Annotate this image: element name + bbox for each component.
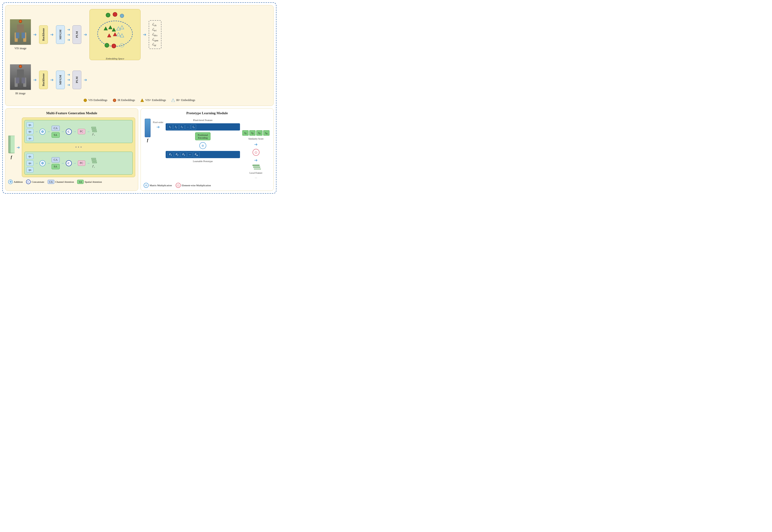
vis-embed-label: VIS Embeddings [88, 98, 107, 102]
sim-score-label: Similarity Score [248, 137, 263, 140]
legend-matmul: ⊗ Matrix Multiplication [144, 183, 172, 188]
phi-col-2: φ₁ φ₂ φ₃ [26, 154, 33, 173]
svg-point-7 [120, 14, 124, 18]
legend-concat-sym: C [26, 180, 31, 184]
i1: I1 [167, 124, 173, 130]
svg-marker-10 [108, 26, 112, 29]
legend-concat: C Concatenate [26, 180, 44, 184]
vis-image [10, 19, 31, 45]
embedding-svg [92, 9, 138, 56]
positional-encoding: PositionalEncoding [195, 132, 210, 140]
svg-marker-9 [104, 27, 108, 30]
phi1-2: φ₁ [26, 154, 33, 159]
vis-person-svg [10, 19, 31, 45]
legend-add-sym: ⊕ [8, 180, 13, 184]
svg-marker-27 [171, 99, 175, 102]
phi2-2: φ₂ [26, 160, 33, 166]
arr-5: → [87, 130, 90, 134]
legend-elemwise: ⊙ Element-wise Multiplication [176, 183, 211, 188]
top-section: VIS image ➜ Backbone ➜ MFGM ➜ ➜ ➜ PLM ➜ [5, 5, 274, 106]
prototype-row: P1 P2 P3 ··· Pm [166, 151, 240, 158]
svg-marker-15 [113, 33, 117, 36]
svg-point-18 [105, 43, 109, 47]
svg-marker-11 [112, 28, 116, 31]
svg-point-6 [113, 12, 117, 16]
ir-arrow3: ➜ [84, 77, 87, 82]
svg-marker-26 [140, 99, 144, 102]
f-plus-t: ft+ [92, 164, 95, 168]
feat-stack-2 [91, 158, 96, 163]
plm-main: f Pixel-order ➜ Pixel-level Feature I1 I… [144, 117, 271, 181]
phi-col-1: φ₁ φ₂ φ₃ [26, 122, 33, 141]
fc-block-2: FC [78, 160, 85, 166]
ca-block-2: CA [52, 157, 60, 163]
mfgm-title: Multi-Feature Generation Module [8, 111, 135, 115]
mfgm-main-layout: f ➜ φ₁ φ₂ φ₃ → ⊕ [8, 117, 135, 177]
legend-sa-label: Spatial Attention [85, 180, 102, 183]
prototype-label: Learnable Prototype [166, 160, 240, 163]
embedding-space: Embedding Space [89, 9, 140, 60]
plm-f-label: f [147, 138, 148, 142]
local-feature [252, 165, 259, 170]
arr-9: → [73, 161, 76, 165]
mfgm-arrow-in: ➜ [16, 145, 20, 150]
vis-plus-tri [140, 99, 144, 102]
p3: P3 [181, 152, 186, 157]
concat-1: C [66, 129, 72, 135]
ir-label: IR image [15, 92, 26, 95]
svg-marker-14 [107, 34, 111, 37]
f-plus-1: f¹+ [92, 133, 95, 136]
legend-ca-label: Channel Attention [55, 180, 74, 183]
ca-block-1: CA [52, 126, 60, 131]
arr-4: → [73, 130, 76, 134]
output-feat-2: ft+ [91, 158, 96, 168]
arr-8: → [61, 161, 64, 165]
plm-arr-right2: ➜ [254, 158, 258, 163]
plm-arr-right: ➜ [254, 142, 258, 147]
legend-vis-plus: VIS+ Embeddings [140, 98, 166, 102]
legend-vis: VIS Embeddings [84, 98, 107, 102]
legend-matmul-sym: ⊗ [144, 183, 149, 188]
f-stack-svg [8, 136, 15, 154]
f-label: f [11, 155, 12, 159]
ir-arrow2: ➜ [50, 77, 54, 82]
s2: s2 [249, 130, 255, 136]
arr-1: → [35, 130, 38, 134]
backbone-ir: Backbone [39, 71, 48, 89]
elementwise-mult: ⊙ [252, 149, 259, 156]
arr-10: → [87, 161, 90, 165]
pdots: ··· [187, 152, 192, 157]
legend-add: ⊕ Addition [8, 180, 23, 184]
i3: I3 [179, 124, 184, 130]
plm-detail: Prototype Learning Module f Pixel-order … [140, 108, 274, 191]
pm: Pm [193, 152, 199, 157]
plm-f-rect [145, 119, 150, 137]
add-circle-2: ⊕ [39, 160, 46, 166]
svg-marker-13 [120, 26, 124, 29]
sa-block-2: SA [52, 164, 60, 169]
plm-right-col: s1 s2 s3 sn Similarity Score ➜ ⊙ ➜ [242, 130, 269, 180]
mfgm-detail: Multi-Feature Generation Module f ➜ [5, 108, 138, 191]
pixel-order-col: Pixel-order ➜ [153, 121, 163, 130]
legend-matmul-label: Matrix Multiplication [150, 184, 172, 187]
ir-person-svg [10, 64, 31, 90]
pixel-row: I1 I2 I3 ··· In [166, 123, 240, 131]
svg-point-19 [112, 44, 116, 48]
dots: ··· [185, 125, 190, 129]
f-input: f [8, 136, 15, 159]
mfgm-dots: • • • [24, 144, 133, 150]
svg-rect-3 [16, 33, 19, 38]
local-feature-label: Local Feature [249, 172, 262, 174]
sim-score-row: s1 s2 s3 sn [242, 130, 269, 136]
triple-arrow-ir: ➜ ➜ ➜ [67, 72, 70, 87]
matrix-mult: ⊗ [199, 142, 206, 149]
phi2-1: φ₂ [26, 129, 33, 134]
vis-dot [84, 99, 87, 102]
legend-sa: SA Spatial Attention [77, 180, 102, 184]
plm-ir: PLM [72, 71, 81, 89]
ir-plus-tri [171, 99, 175, 102]
svg-rect-30 [10, 136, 15, 153]
plm-f-col: f [145, 119, 150, 142]
mfgm-ir: MFGM [56, 71, 65, 89]
mfgm-vis: MFGM [56, 25, 65, 44]
